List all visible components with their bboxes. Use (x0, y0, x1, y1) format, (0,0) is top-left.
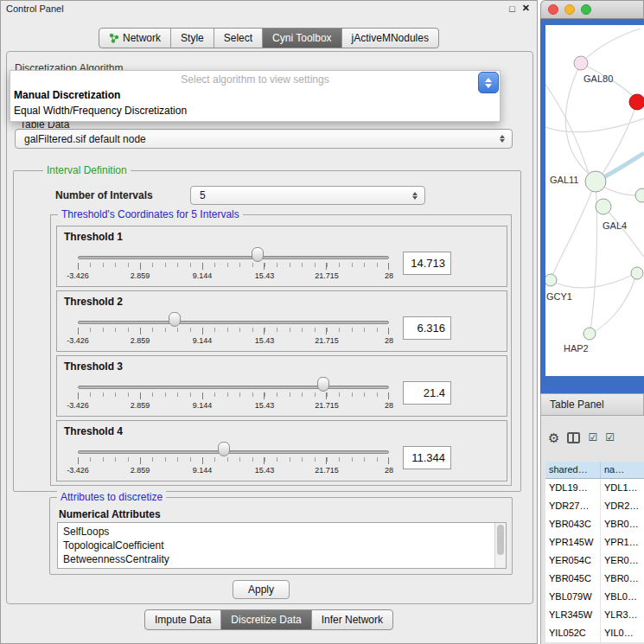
attribute-item[interactable]: SelfLoops (58, 525, 506, 539)
threshold-panel: Threshold 3 -3.4262.8599.14415.4321.7152… (56, 355, 507, 417)
tab-cyni-toolbox[interactable]: Cyni Toolbox (263, 29, 341, 48)
table-row[interactable]: YBL079WYBL0… (545, 588, 644, 606)
thresholds-group: Threshold's Coordinates for 5 Intervals … (50, 214, 512, 486)
attributes-listbox[interactable]: SelfLoopsTopologicalCoefficientBetweenne… (57, 522, 507, 569)
algorithm-option[interactable]: Equal Width/Frequency Discretization (10, 103, 500, 118)
table-data-combobox[interactable]: galFiltered.sif default node (15, 129, 513, 149)
slider-tick-labels: -3.4262.8599.14415.4321.71528 (78, 466, 389, 476)
columns-icon[interactable] (567, 432, 580, 443)
cell-name: YER0… (601, 552, 639, 570)
cell-shared-name: YER054C (545, 552, 601, 570)
slider-major-ticks (78, 457, 389, 464)
cell-shared-name: YIL052C (545, 624, 601, 642)
number-of-intervals-label: Number of Intervals (55, 189, 153, 201)
cell-shared-name: YLR345W (545, 606, 601, 624)
threshold-slider[interactable]: -3.4262.8599.14415.4321.71528 (78, 291, 389, 353)
close-icon[interactable]: ✕ (522, 3, 530, 14)
bottom-tabbar: Impute DataDiscretize DataInfer Network (1, 609, 537, 630)
settings-gear-icon[interactable]: ⚙ (548, 431, 559, 444)
minimize-traffic-light-icon[interactable] (564, 4, 575, 15)
tab-discretize-data[interactable]: Discretize Data (221, 610, 311, 629)
float-window-icon[interactable]: □ (509, 3, 515, 14)
algorithm-placeholder: Select algorithm to view settings (10, 71, 500, 87)
algorithm-option[interactable]: Manual Discretization (10, 87, 500, 103)
table-row[interactable]: YER054CYER0… (545, 552, 644, 570)
node-label: GAL4 (603, 220, 627, 231)
apply-button[interactable]: Apply (233, 580, 290, 599)
node-hap2[interactable] (583, 328, 596, 340)
table-row[interactable]: YLR345WYLR3… (545, 606, 644, 624)
tab-style[interactable]: Style (171, 29, 214, 48)
tick-label: -3.426 (67, 466, 89, 475)
algorithm-dropdown-popup: Select algorithm to view settings Manual… (10, 70, 501, 122)
node-mid-right[interactable] (631, 267, 643, 279)
slider-thumb[interactable] (218, 442, 230, 456)
tick-label: 15.43 (255, 401, 275, 410)
node-right-edge[interactable] (635, 188, 644, 202)
slider-thumb[interactable] (252, 247, 264, 262)
attribute-item[interactable]: BetweennessCentrality (58, 552, 506, 566)
scrollbar-thumb[interactable] (497, 525, 504, 555)
cell-name: YPR1… (601, 533, 639, 552)
number-of-intervals-combobox[interactable]: 5 (190, 186, 425, 205)
tick-label: -3.426 (67, 401, 89, 410)
threshold-slider[interactable]: -3.4262.8599.14415.4321.71528 (78, 226, 389, 288)
slider-track[interactable] (78, 386, 389, 389)
node-label: GCY1 (546, 291, 572, 302)
table-row[interactable]: YPR145WYPR1… (545, 533, 644, 552)
algorithm-combobox-stepper[interactable] (478, 72, 499, 93)
selected-red-node[interactable] (629, 94, 644, 110)
threshold-value-field[interactable]: 21.4 (403, 381, 451, 405)
node-gal4[interactable] (596, 199, 611, 214)
table-row[interactable]: YDL19…YDL1… (545, 479, 644, 497)
table-row[interactable]: YBR043CYBR0… (545, 515, 644, 533)
control-panel-titlebar: Control Panel □ ✕ (1, 1, 537, 16)
table-data-value: galFiltered.sif default node (16, 133, 496, 145)
table-row[interactable]: YIL052CYIL0… (545, 624, 644, 642)
numerical-attributes-label: Numerical Attributes (59, 508, 161, 520)
slider-thumb[interactable] (169, 312, 181, 327)
tab-label: Discretize Data (231, 614, 301, 626)
column-header-name[interactable]: na… (601, 462, 644, 479)
close-traffic-light-icon[interactable] (548, 4, 558, 15)
tick-label: 15.43 (255, 466, 275, 475)
tab-infer-network[interactable]: Infer Network (312, 610, 392, 629)
network-view-window: GAL80 GAL11 GAL4 GCY1 HAP2 (540, 0, 644, 393)
tab-jactivemnodules[interactable]: jActiveMNodules (342, 29, 438, 48)
algorithm-options-list: Manual DiscretizationEqual Width/Frequen… (10, 87, 500, 118)
node-table: shared… na… YDL19…YDL1…YDR27…YDR2…YBR043… (545, 462, 644, 642)
node-gcy1[interactable] (545, 274, 557, 286)
cell-shared-name: YBL079W (545, 588, 601, 606)
table-row[interactable]: YBR045CYBR0… (545, 570, 644, 588)
slider-track[interactable] (78, 450, 389, 454)
slider-track[interactable] (78, 321, 389, 324)
slider-major-ticks (78, 263, 389, 270)
slider-track[interactable] (78, 256, 389, 259)
select-all-icon[interactable]: ☑ (588, 432, 597, 443)
network-canvas[interactable]: GAL80 GAL11 GAL4 GCY1 HAP2 (545, 25, 644, 376)
tab-impute-data[interactable]: Impute Data (145, 610, 221, 629)
network-icon (109, 33, 119, 43)
node-gal11[interactable] (585, 171, 606, 192)
attribute-item[interactable]: TopologicalCoefficient (58, 539, 506, 552)
tick-label: 28 (385, 401, 393, 410)
threshold-slider[interactable]: -3.4262.8599.14415.4321.71528 (78, 356, 389, 418)
threshold-slider[interactable]: -3.4262.8599.14415.4321.71528 (78, 421, 389, 482)
slider-thumb[interactable] (317, 377, 329, 392)
node-label: GAL80 (583, 73, 613, 84)
combobox-arrows-icon (409, 192, 421, 200)
threshold-value-field[interactable]: 6.316 (403, 316, 451, 340)
table-panel-titlebar: Table Panel (540, 393, 644, 416)
attributes-group-title: Attributes to discretize (57, 491, 166, 503)
column-header-shared-name[interactable]: shared… (545, 462, 601, 479)
attributes-scrollbar[interactable] (494, 523, 506, 568)
tab-select[interactable]: Select (214, 29, 263, 48)
zoom-traffic-light-icon[interactable] (581, 4, 591, 15)
threshold-value-field[interactable]: 14.713 (403, 252, 451, 275)
unselect-all-icon[interactable]: ☑ (605, 432, 615, 443)
tab-network[interactable]: Network (99, 29, 171, 48)
table-row[interactable]: YDR27…YDR2… (545, 497, 644, 515)
threshold-value-field[interactable]: 11.344 (403, 446, 451, 469)
interval-definition-title: Interval Definition (43, 164, 131, 176)
node-gal80[interactable] (574, 56, 588, 70)
